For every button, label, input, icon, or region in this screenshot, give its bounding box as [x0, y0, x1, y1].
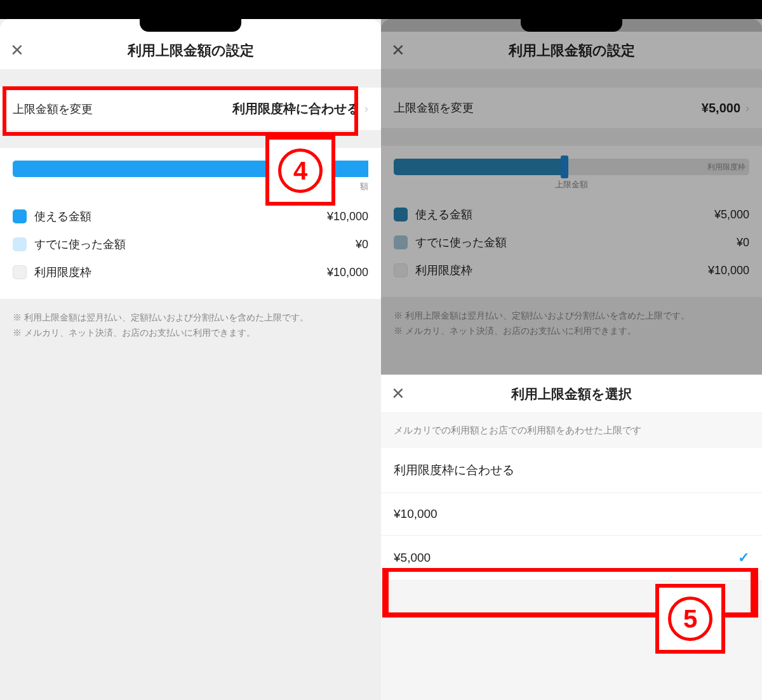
- change-limit-label: 上限金額を変更: [13, 102, 93, 117]
- chevron-right-icon: ›: [364, 102, 368, 116]
- change-limit-value: 利用限度枠に合わせる ›: [232, 100, 368, 117]
- legend-used: すでに使った金額 ¥0: [394, 228, 749, 256]
- legend-used-value: ¥0: [356, 238, 368, 251]
- legend-limit-label: 利用限度枠: [34, 265, 91, 280]
- change-limit-value-text: 利用限度枠に合わせる: [232, 100, 359, 117]
- sheet-title: 利用上限金額を選択: [381, 385, 762, 403]
- page-header: ✕ 利用上限金額の設定: [381, 32, 762, 70]
- slider-handle[interactable]: [561, 155, 568, 178]
- legend: 使える金額 ¥10,000 すでに使った金額 ¥0 利用限度枠 ¥10,000: [0, 196, 381, 299]
- divider: [381, 70, 762, 88]
- legend-available-label: 使える金額: [415, 207, 472, 222]
- legend-available: 使える金額 ¥10,000: [13, 202, 368, 230]
- legend-limit: 利用限度枠 ¥10,000: [13, 258, 368, 286]
- disclaimer: ※ 利用上限金額は翌月払い、定額払いおよび分割払いを含めた上限です。 ※ メルカ…: [381, 297, 762, 350]
- close-icon[interactable]: ✕: [391, 384, 405, 404]
- status-bar: [381, 0, 762, 19]
- option-label: 利用限度枠に合わせる: [394, 462, 514, 479]
- chevron-right-icon: ›: [745, 102, 749, 115]
- notch: [0, 19, 381, 32]
- change-limit-label: 上限金額を変更: [394, 100, 474, 116]
- swatch-available-icon: [13, 209, 27, 223]
- legend-used-label: すでに使った金額: [34, 237, 126, 252]
- swatch-available-icon: [394, 208, 408, 221]
- divider: [0, 130, 381, 148]
- option-match-limit[interactable]: 利用限度枠に合わせる: [381, 448, 762, 493]
- screenshot-right: ✕ 利用上限金額の設定 上限金額を変更 ¥5,000 › 利用限度枠 上限金額 …: [381, 0, 762, 700]
- legend-limit: 利用限度枠 ¥10,000: [394, 256, 749, 284]
- option-5000[interactable]: ¥5,000 ✓: [381, 536, 762, 581]
- sheet-header: ✕ 利用上限金額を選択: [381, 375, 762, 413]
- change-limit-row[interactable]: 上限金額を変更 ¥5,000 ›: [381, 88, 762, 128]
- disclaimer-line2: ※ メルカリ、ネット決済、お店のお支払いに利用できます。: [394, 324, 749, 339]
- limit-slider[interactable]: [13, 161, 368, 177]
- disclaimer-line1: ※ 利用上限金額は翌月払い、定額払いおよび分割払いを含めた上限です。: [394, 308, 749, 324]
- disclaimer-line1: ※ 利用上限金額は翌月払い、定額払いおよび分割払いを含めた上限です。: [13, 310, 368, 326]
- check-icon: ✓: [738, 550, 749, 566]
- legend-available-value: ¥5,000: [714, 208, 749, 221]
- legend-used: すでに使った金額 ¥0: [13, 230, 368, 258]
- legend-limit-value: ¥10,000: [708, 264, 749, 277]
- legend-limit-label: 利用限度枠: [415, 263, 472, 278]
- select-limit-sheet: ✕ 利用上限金額を選択 メルカリでの利用額とお店での利用額をあわせた上限です 利…: [381, 374, 762, 700]
- change-limit-value-text: ¥5,000: [702, 101, 740, 116]
- disclaimer: ※ 利用上限金額は翌月払い、定額払いおよび分割払いを含めた上限です。 ※ メルカ…: [0, 299, 381, 352]
- close-icon[interactable]: ✕: [391, 41, 405, 60]
- change-limit-value: ¥5,000 ›: [702, 101, 749, 116]
- slider-fill: [13, 161, 368, 177]
- slider-caption: 上限金額: [394, 179, 749, 190]
- sheet-footer: [381, 581, 762, 700]
- page-title: 利用上限金額の設定: [0, 41, 381, 60]
- slider-end-label: 利用限度枠: [707, 162, 745, 173]
- page-title: 利用上限金額の設定: [381, 41, 762, 60]
- legend-available-label: 使える金額: [34, 209, 91, 224]
- close-icon[interactable]: ✕: [10, 41, 24, 60]
- option-10000[interactable]: ¥10,000: [381, 493, 762, 536]
- slider-fill: [394, 159, 565, 175]
- legend: 使える金額 ¥5,000 すでに使った金額 ¥0 利用限度枠 ¥10,000: [381, 194, 762, 297]
- legend-used-label: すでに使った金額: [415, 235, 507, 250]
- swatch-limit-icon: [394, 263, 408, 277]
- change-limit-row[interactable]: 上限金額を変更 利用限度枠に合わせる ›: [0, 88, 381, 130]
- status-bar: [0, 0, 381, 19]
- swatch-used-icon: [13, 237, 27, 251]
- divider: [0, 70, 381, 88]
- legend-available: 使える金額 ¥5,000: [394, 201, 749, 228]
- option-label: ¥10,000: [394, 507, 438, 521]
- page-header: ✕ 利用上限金額の設定: [0, 32, 381, 70]
- screenshot-left: ✕ 利用上限金額の設定 上限金額を変更 利用限度枠に合わせる › 額 使える金額…: [0, 0, 381, 700]
- divider: [381, 128, 762, 146]
- disclaimer-line2: ※ メルカリ、ネット決済、お店のお支払いに利用できます。: [13, 326, 368, 341]
- sheet-description: メルカリでの利用額とお店での利用額をあわせた上限です: [381, 413, 762, 448]
- legend-available-value: ¥10,000: [327, 210, 368, 223]
- limit-slider[interactable]: 利用限度枠: [394, 159, 749, 175]
- notch: [381, 19, 762, 32]
- slider-end-label: 額: [13, 181, 368, 192]
- swatch-used-icon: [394, 235, 408, 249]
- legend-used-value: ¥0: [737, 236, 749, 249]
- limit-slider-area: 利用限度枠 上限金額: [381, 146, 762, 194]
- limit-slider-area: 額: [0, 148, 381, 196]
- option-label: ¥5,000: [394, 551, 431, 565]
- swatch-limit-icon: [13, 265, 27, 279]
- legend-limit-value: ¥10,000: [327, 266, 368, 279]
